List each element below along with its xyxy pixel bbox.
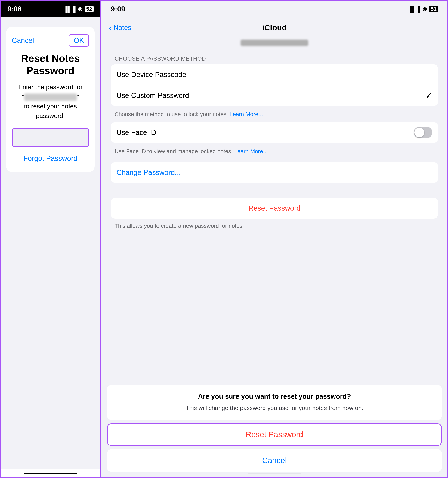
alert-cancel-button[interactable]: Cancel (107, 449, 442, 472)
right-screen: 9:09 ▐▌▐ ⊜ 51 ‹ Notes iCloud CHOOSE A PA… (101, 0, 448, 478)
nav-title: iCloud (262, 23, 287, 32)
alert-reset-label: Reset Password (246, 430, 303, 439)
toggle-circle (414, 128, 424, 137)
change-password-group: Change Password... (111, 162, 438, 183)
dialog-box: Cancel OK Reset Notes Password Enter the… (6, 27, 95, 172)
status-bar-right: 9:09 ▐▌▐ ⊜ 51 (101, 0, 448, 18)
time-left: 9:08 (7, 5, 22, 13)
alert-cancel-label: Cancel (262, 456, 287, 465)
alert-overlay: Are you sure you want to reset your pass… (101, 385, 448, 478)
dialog-title: Reset Notes Password (12, 52, 89, 77)
change-password-row[interactable]: Change Password... (111, 162, 438, 183)
section-header: CHOOSE A PASSWORD METHOD (111, 56, 438, 62)
blurred-account (24, 94, 77, 101)
reset-description: This allows you to create a new password… (111, 220, 438, 233)
nav-subtitle-area (101, 38, 448, 50)
wifi-icon-left: ⊜ (78, 6, 82, 13)
hint-text-content: Choose the method to use to lock your no… (115, 111, 230, 117)
alert-card: Are you sure you want to reset your pass… (107, 385, 442, 420)
change-password-label: Change Password... (117, 169, 181, 177)
signal-icon-left: ▐▌▐ (63, 6, 75, 12)
learn-more-link-2[interactable]: Learn More... (234, 148, 268, 154)
reset-group: Reset Password (111, 198, 438, 219)
home-bar-left (24, 473, 77, 474)
dialog-body-suffix: to reset your notes password. (24, 103, 77, 119)
learn-more-link-1[interactable]: Learn More... (230, 111, 263, 117)
dialog-nav: Cancel OK (12, 34, 89, 47)
face-id-label: Use Face ID (117, 129, 156, 137)
battery-right: 51 (429, 6, 438, 13)
face-id-hint-text: Use Face ID to view and manage locked no… (115, 148, 234, 154)
dialog-container: Cancel OK Reset Notes Password Enter the… (0, 18, 100, 469)
device-passcode-label: Use Device Passcode (117, 71, 186, 79)
alert-body: This will change the password you use fo… (113, 403, 436, 412)
custom-password-row[interactable]: Use Custom Password ✓ (111, 85, 438, 106)
device-passcode-row[interactable]: Use Device Passcode (111, 64, 438, 85)
reset-password-label: Reset Password (249, 204, 300, 212)
nav-back-label: Notes (114, 24, 131, 32)
status-bar-left: 9:08 ▐▌▐ ⊜ 52 (0, 0, 100, 18)
face-id-toggle[interactable] (414, 127, 432, 138)
forgot-password-button[interactable]: Forgot Password (24, 154, 77, 163)
custom-password-label: Use Custom Password (117, 92, 189, 100)
home-indicator-left (0, 469, 100, 478)
dialog-body-prefix: Enter the password for (18, 83, 82, 91)
cancel-button[interactable]: Cancel (12, 37, 34, 44)
status-icons-right: ▐▌▐ ⊜ 51 (408, 6, 438, 13)
status-icons-left: ▐▌▐ ⊜ 52 (63, 6, 93, 13)
checkmark-icon: ✓ (425, 91, 432, 100)
battery-left: 52 (85, 6, 93, 13)
password-method-hint: Choose the method to use to lock your no… (111, 107, 438, 122)
alert-title: Are you sure you want to reset your pass… (113, 392, 436, 400)
reset-password-row[interactable]: Reset Password (111, 198, 438, 219)
wifi-icon-right: ⊜ (422, 6, 427, 13)
nav-back-button[interactable]: ‹ Notes (109, 23, 131, 32)
ok-button[interactable]: OK (68, 34, 89, 47)
face-id-hint: Use Face ID to view and manage locked no… (111, 144, 438, 159)
alert-reset-button[interactable]: Reset Password (107, 423, 442, 446)
time-right: 9:09 (111, 5, 125, 13)
left-screen: 9:08 ▐▌▐ ⊜ 52 Cancel OK Reset Notes Pass… (0, 0, 101, 478)
signal-icon-right: ▐▌▐ (408, 6, 420, 12)
password-input[interactable] (12, 128, 89, 147)
chevron-left-icon: ‹ (109, 23, 112, 32)
spacer (111, 190, 438, 198)
nav-bar: ‹ Notes iCloud (101, 18, 448, 38)
face-id-group: Use Face ID (111, 122, 438, 143)
password-method-group: Use Device Passcode Use Custom Password … (111, 64, 438, 106)
face-id-row[interactable]: Use Face ID (111, 122, 438, 143)
account-subtitle-blur (241, 40, 308, 46)
dialog-body: Enter the password for " " to reset your… (12, 82, 89, 121)
